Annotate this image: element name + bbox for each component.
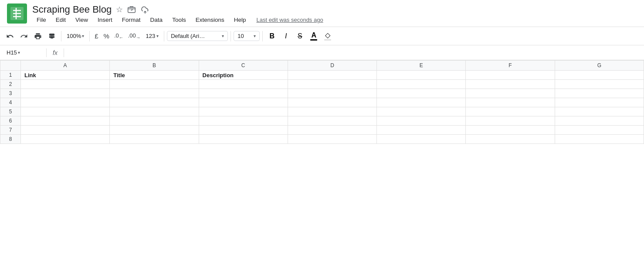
zoom-selector[interactable]: 100% ▾: [64, 32, 87, 40]
spreadsheet-cell[interactable]: [377, 89, 466, 98]
number-format-dropdown[interactable]: 123 ▾: [143, 32, 162, 40]
decimal-decrease-button[interactable]: .0←: [112, 31, 125, 41]
col-header-f[interactable]: F: [466, 61, 555, 71]
undo-button[interactable]: [3, 30, 17, 43]
bold-icon: B: [269, 32, 275, 40]
italic-button[interactable]: I: [279, 30, 292, 43]
spreadsheet-cell[interactable]: [377, 80, 466, 89]
decimal-increase-button[interactable]: .00→: [126, 31, 142, 41]
col-header-c[interactable]: C: [199, 61, 288, 71]
spreadsheet-cell[interactable]: [110, 135, 199, 144]
menu-file[interactable]: File: [32, 15, 51, 24]
spreadsheet-cell[interactable]: [555, 116, 644, 126]
spreadsheet-cell[interactable]: [466, 89, 555, 98]
paint-format-button[interactable]: [45, 30, 58, 43]
spreadsheet-cell[interactable]: [377, 116, 466, 126]
spreadsheet-cell[interactable]: [555, 71, 644, 80]
menu-edit[interactable]: Edit: [51, 15, 70, 24]
spreadsheet-cell[interactable]: [466, 98, 555, 107]
spreadsheet-cell[interactable]: [110, 126, 199, 135]
spreadsheet-cell[interactable]: Link: [20, 71, 109, 80]
col-header-a[interactable]: A: [20, 61, 109, 71]
spreadsheet-cell[interactable]: [288, 89, 376, 98]
spreadsheet-cell[interactable]: [288, 107, 376, 116]
spreadsheet-cell[interactable]: [199, 89, 288, 98]
spreadsheet-cell[interactable]: [20, 80, 109, 89]
spreadsheet-cell[interactable]: [466, 71, 555, 80]
bold-button[interactable]: B: [265, 30, 278, 43]
spreadsheet-cell[interactable]: [377, 98, 466, 107]
spreadsheet-cell[interactable]: [20, 135, 109, 144]
spreadsheet-container[interactable]: A B C D E F G 1LinkTitleDescription23456…: [0, 60, 644, 144]
spreadsheet-cell[interactable]: [110, 89, 199, 98]
spreadsheet-cell[interactable]: [466, 135, 555, 144]
print-button[interactable]: [31, 30, 44, 43]
col-header-g[interactable]: G: [555, 61, 644, 71]
spreadsheet-cell[interactable]: [555, 126, 644, 135]
spreadsheet-cell[interactable]: [20, 107, 109, 116]
spreadsheet-cell[interactable]: [20, 116, 109, 126]
spreadsheet-cell[interactable]: [288, 116, 376, 126]
spreadsheet-cell[interactable]: [20, 126, 109, 135]
spreadsheet-cell[interactable]: [110, 107, 199, 116]
spreadsheet-cell[interactable]: [199, 126, 288, 135]
spreadsheet-cell[interactable]: [199, 80, 288, 89]
spreadsheet-cell[interactable]: [466, 126, 555, 135]
spreadsheet-cell[interactable]: [555, 98, 644, 107]
strikethrough-button[interactable]: S: [293, 30, 306, 43]
menu-format[interactable]: Format: [118, 15, 145, 24]
col-header-b[interactable]: B: [110, 61, 199, 71]
col-header-e[interactable]: E: [377, 61, 466, 71]
redo-button[interactable]: [17, 30, 31, 43]
col-header-d[interactable]: D: [288, 61, 376, 71]
spreadsheet-cell[interactable]: [110, 80, 199, 89]
spreadsheet-cell[interactable]: [555, 80, 644, 89]
last-edit-status[interactable]: Last edit was seconds ago: [256, 17, 323, 23]
spreadsheet-cell[interactable]: [199, 135, 288, 144]
menu-extensions[interactable]: Extensions: [191, 15, 229, 24]
menu-tools[interactable]: Tools: [168, 15, 190, 24]
spreadsheet-cell[interactable]: [377, 107, 466, 116]
cloud-save-icon[interactable]: [140, 5, 150, 14]
spreadsheet-cell[interactable]: [199, 116, 288, 126]
menu-data[interactable]: Data: [146, 15, 167, 24]
font-size-dropdown[interactable]: 10 ▾: [234, 31, 260, 41]
currency-button[interactable]: £: [92, 31, 100, 41]
text-color-button[interactable]: A: [307, 30, 320, 43]
spreadsheet-cell[interactable]: [377, 126, 466, 135]
cell-reference-box[interactable]: H15 ▾: [3, 48, 43, 57]
spreadsheet-cell[interactable]: [20, 89, 109, 98]
spreadsheet-cell[interactable]: [555, 89, 644, 98]
spreadsheet-cell[interactable]: [110, 116, 199, 126]
spreadsheet-cell[interactable]: Description: [199, 71, 288, 80]
menu-insert[interactable]: Insert: [93, 15, 117, 24]
spreadsheet-cell[interactable]: Title: [110, 71, 199, 80]
spreadsheet-cell[interactable]: [466, 80, 555, 89]
formula-input[interactable]: [68, 49, 641, 56]
star-icon[interactable]: ☆: [116, 5, 123, 14]
spreadsheet-cell[interactable]: [288, 135, 376, 144]
spreadsheet-cell[interactable]: [199, 98, 288, 107]
spreadsheet-cell[interactable]: [20, 98, 109, 107]
spreadsheet-cell[interactable]: [288, 98, 376, 107]
spreadsheet-cell[interactable]: [288, 71, 376, 80]
percent-button[interactable]: %: [102, 31, 112, 41]
spreadsheet-cell[interactable]: [466, 116, 555, 126]
spreadsheet-cell[interactable]: [199, 107, 288, 116]
cell-ref-value: H15: [7, 49, 17, 56]
font-family-dropdown[interactable]: Default (Ari… ▾: [167, 31, 228, 41]
spreadsheet-cell[interactable]: [110, 98, 199, 107]
spreadsheet-cell[interactable]: [288, 126, 376, 135]
spreadsheet-cell[interactable]: [555, 107, 644, 116]
app-logo: [7, 3, 27, 25]
app-header: Scraping Bee Blog ☆ File Edit View: [0, 0, 644, 27]
menu-view[interactable]: View: [71, 15, 92, 24]
spreadsheet-cell[interactable]: [377, 135, 466, 144]
spreadsheet-cell[interactable]: [555, 135, 644, 144]
fill-color-button[interactable]: ◇: [321, 30, 334, 43]
spreadsheet-cell[interactable]: [466, 107, 555, 116]
menu-help[interactable]: Help: [230, 15, 251, 24]
spreadsheet-cell[interactable]: [377, 71, 466, 80]
move-to-folder-icon[interactable]: [127, 5, 136, 14]
spreadsheet-cell[interactable]: [288, 80, 376, 89]
